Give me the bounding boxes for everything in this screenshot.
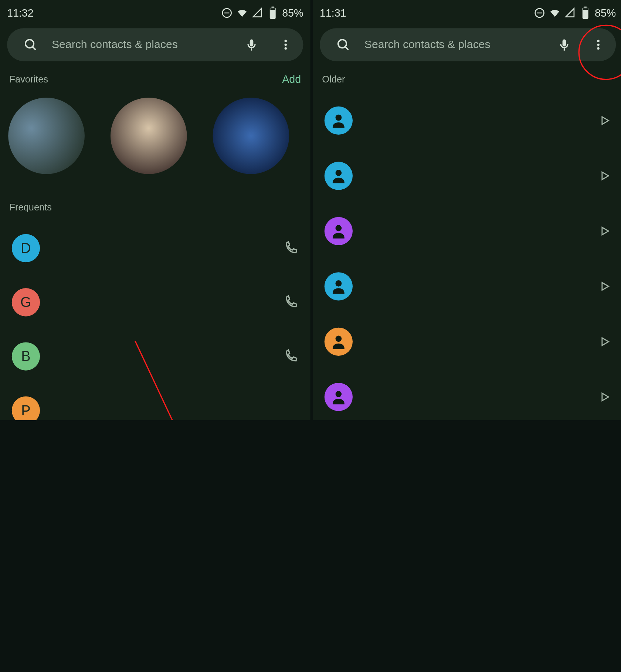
svg-point-42	[335, 115, 342, 121]
play-icon[interactable]	[598, 335, 611, 348]
frequent-contact[interactable]: D	[0, 221, 310, 275]
battery-percent: 85%	[282, 7, 303, 19]
overflow-icon[interactable]	[586, 32, 611, 58]
dnd-icon	[221, 7, 233, 19]
svg-point-47	[335, 391, 342, 397]
svg-point-9	[285, 40, 287, 42]
favorite-contact[interactable]	[8, 98, 85, 174]
svg-rect-37	[563, 40, 566, 47]
avatar: B	[12, 342, 40, 370]
phone-screen-favorites: 11:32 85% Search contacts & places Favor…	[0, 0, 310, 420]
voicemail-item[interactable]	[313, 93, 621, 148]
avatar: G	[12, 288, 40, 316]
frequent-contact[interactable]: P	[0, 384, 310, 420]
status-time: 11:31	[320, 7, 346, 19]
favorite-contact[interactable]	[213, 98, 289, 174]
voicemail-item[interactable]	[313, 259, 621, 314]
battery-percent: 85%	[595, 7, 616, 19]
signal-icon	[564, 7, 576, 19]
svg-point-43	[335, 170, 342, 176]
dnd-icon	[534, 7, 546, 19]
svg-point-46	[335, 335, 342, 342]
svg-line-6	[33, 47, 35, 50]
frequents-title: Frequents	[9, 202, 301, 213]
status-bar: 11:31 85%	[313, 0, 621, 24]
add-favorite-button[interactable]: Add	[282, 73, 301, 85]
voicemail-item[interactable]	[313, 369, 621, 420]
search-placeholder: Search contacts & places	[52, 38, 230, 51]
wifi-icon	[236, 7, 248, 19]
play-icon[interactable]	[598, 224, 611, 237]
mic-icon[interactable]	[239, 32, 265, 58]
svg-point-5	[26, 40, 34, 48]
avatar	[325, 162, 353, 190]
favorites-header: Favorites Add	[0, 70, 310, 90]
avatar	[325, 272, 353, 300]
svg-point-11	[285, 47, 287, 50]
search-placeholder: Search contacts & places	[364, 38, 543, 51]
svg-rect-4	[270, 8, 275, 10]
search-bar[interactable]: Search contacts & places	[320, 28, 616, 61]
older-header: Older	[313, 70, 621, 90]
signal-icon	[251, 7, 263, 19]
overflow-icon[interactable]	[273, 32, 299, 58]
svg-point-44	[335, 225, 342, 232]
avatar	[325, 328, 353, 356]
mic-icon[interactable]	[551, 32, 577, 58]
svg-point-35	[338, 40, 346, 48]
play-icon[interactable]	[598, 114, 611, 127]
svg-rect-3	[272, 6, 274, 7]
frequent-contact[interactable]: G	[0, 275, 310, 329]
avatar	[325, 383, 353, 411]
voicemail-item[interactable]	[313, 148, 621, 203]
search-icon	[330, 32, 356, 58]
older-title: Older	[322, 74, 614, 85]
search-bar[interactable]: Search contacts & places	[7, 28, 303, 61]
svg-rect-33	[584, 6, 586, 7]
battery-icon	[267, 7, 279, 19]
avatar: D	[12, 234, 40, 262]
status-bar: 11:32 85%	[0, 0, 310, 24]
svg-point-39	[597, 40, 599, 42]
voicemail-item[interactable]	[313, 203, 621, 259]
call-icon[interactable]	[283, 295, 298, 310]
play-icon[interactable]	[598, 169, 611, 182]
svg-rect-7	[250, 40, 254, 47]
favorites-title: Favorites	[9, 74, 282, 85]
battery-icon	[580, 7, 591, 19]
avatar	[325, 107, 353, 135]
frequents-header: Frequents	[0, 197, 310, 217]
svg-rect-34	[583, 8, 588, 10]
voicemail-item[interactable]	[313, 314, 621, 369]
wifi-icon	[549, 7, 561, 19]
status-time: 11:32	[7, 7, 34, 19]
avatar	[325, 217, 353, 245]
favorites-row	[0, 90, 310, 198]
svg-line-36	[345, 47, 348, 50]
play-icon[interactable]	[598, 280, 611, 293]
search-icon	[18, 32, 44, 58]
svg-point-41	[597, 47, 599, 50]
call-icon[interactable]	[283, 240, 298, 256]
favorite-contact[interactable]	[111, 98, 187, 174]
svg-point-10	[285, 44, 287, 46]
play-icon[interactable]	[598, 391, 611, 403]
frequent-contact[interactable]: B	[0, 329, 310, 383]
call-icon[interactable]	[283, 349, 298, 364]
avatar: P	[12, 396, 40, 420]
phone-screen-voicemail: 11:31 85% Search contacts & places Older…	[313, 0, 621, 420]
voicemail-list	[313, 90, 621, 420]
frequents-list: D G B P	[0, 217, 310, 420]
svg-point-40	[597, 44, 599, 46]
svg-point-45	[335, 280, 342, 287]
